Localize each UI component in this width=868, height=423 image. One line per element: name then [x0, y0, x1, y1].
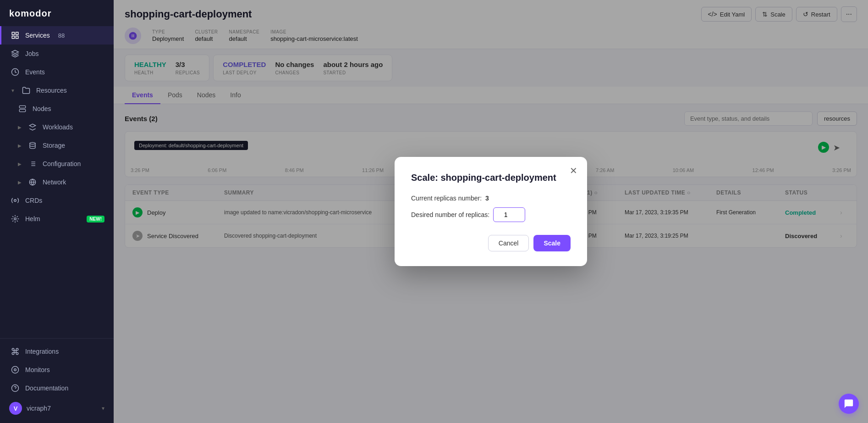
sidebar: komodor Services 88 Jobs Events ▼ Resour…: [0, 0, 114, 423]
avatar: V: [9, 402, 22, 415]
folder-icon: [22, 86, 31, 95]
expand-network-icon: ▶: [18, 180, 22, 185]
expand-storage-icon: ▶: [18, 143, 22, 148]
sidebar-nodes-label: Nodes: [33, 105, 51, 112]
logo: komodor: [0, 0, 114, 26]
current-replicas-field: Current replicas number: 3: [411, 195, 571, 202]
svg-rect-7: [19, 109, 25, 111]
server-icon: [18, 104, 27, 113]
sidebar-item-jobs[interactable]: Jobs: [0, 45, 114, 63]
svg-point-21: [14, 218, 16, 220]
plug-icon: [11, 347, 20, 356]
svg-marker-10: [29, 124, 35, 127]
sidebar-item-configuration[interactable]: ▶ Configuration: [0, 155, 114, 173]
sidebar-events-label: Events: [25, 68, 45, 76]
svg-rect-3: [16, 36, 18, 39]
sidebar-crds-label: CRDs: [25, 197, 42, 204]
svg-rect-6: [19, 106, 25, 108]
sidebar-item-monitors[interactable]: Monitors: [0, 361, 114, 379]
svg-rect-1: [16, 32, 18, 34]
svg-rect-2: [12, 36, 14, 39]
sidebar-integrations-label: Integrations: [25, 348, 59, 355]
user-chevron-icon: ▾: [102, 405, 104, 412]
clock-icon: [11, 67, 20, 77]
desired-replicas-input[interactable]: [493, 207, 525, 222]
sidebar-footer: Integrations Monitors Documentation V vi…: [0, 338, 114, 423]
sidebar-resources-label: Resources: [36, 87, 67, 94]
sidebar-item-events[interactable]: Events: [0, 63, 114, 81]
modal-actions: Cancel Scale: [411, 235, 571, 251]
modal-title: Scale: shopping-cart-deployment: [411, 172, 571, 184]
main-content: shopping-cart-deployment </> Edit Yaml ⇅…: [114, 0, 868, 423]
scale-modal: ✕ Scale: shopping-cart-deployment Curren…: [395, 157, 587, 266]
helm-badge: NEW!: [87, 216, 104, 223]
expand-workloads-icon: ▶: [18, 125, 22, 130]
desired-replicas-row: Desired number of replicas:: [411, 207, 571, 222]
sidebar-item-storage[interactable]: ▶ Storage: [0, 136, 114, 155]
modal-overlay[interactable]: ✕ Scale: shopping-cart-deployment Curren…: [114, 0, 868, 423]
globe-icon: [28, 178, 37, 187]
svg-point-11: [30, 142, 35, 144]
sidebar-storage-label: Storage: [43, 142, 65, 149]
sidebar-documentation-label: Documentation: [25, 384, 68, 392]
modal-cancel-button[interactable]: Cancel: [488, 235, 529, 251]
database-icon: [28, 141, 37, 150]
sidebar-helm-label: Helm: [25, 215, 40, 223]
svg-point-22: [12, 367, 19, 373]
modal-scale-button[interactable]: Scale: [533, 235, 571, 251]
svg-point-20: [14, 200, 16, 202]
sidebar-network-label: Network: [43, 178, 66, 186]
sidebar-item-helm[interactable]: Helm NEW!: [0, 210, 114, 228]
sidebar-configuration-label: Configuration: [43, 160, 81, 167]
sidebar-item-network[interactable]: ▶ Network: [0, 173, 114, 191]
sidebar-item-documentation[interactable]: Documentation: [0, 379, 114, 397]
expand-config-icon: ▶: [18, 161, 22, 167]
chat-bubble-button[interactable]: [839, 394, 859, 414]
username: vicraph7: [27, 405, 51, 412]
sidebar-item-integrations[interactable]: Integrations: [0, 342, 114, 361]
user-row[interactable]: V vicraph7 ▾: [0, 397, 114, 419]
sidebar-item-resources[interactable]: ▼ Resources: [0, 81, 114, 100]
grid-icon: [11, 31, 20, 40]
svg-point-23: [14, 369, 16, 371]
svg-marker-4: [12, 50, 19, 54]
sidebar-item-crds[interactable]: CRDs: [0, 191, 114, 210]
help-icon: [11, 384, 20, 393]
expand-icon: ▼: [11, 88, 15, 93]
sidebar-item-nodes[interactable]: Nodes: [0, 100, 114, 118]
sidebar-workloads-label: Workloads: [43, 123, 73, 131]
gear-icon: [11, 214, 20, 223]
sidebar-jobs-label: Jobs: [25, 50, 39, 57]
sidebar-item-workloads[interactable]: ▶ Workloads: [0, 118, 114, 136]
svg-rect-0: [12, 32, 14, 34]
list-icon: [28, 159, 37, 168]
tool-icon: [11, 196, 20, 205]
monitor-icon: [11, 365, 20, 374]
services-count: 88: [58, 32, 65, 39]
layers2-icon: [28, 122, 37, 132]
sidebar-services-label: Services: [25, 32, 50, 39]
modal-close-button[interactable]: ✕: [567, 164, 580, 177]
layers-icon: [11, 49, 20, 58]
sidebar-monitors-label: Monitors: [25, 366, 50, 373]
sidebar-item-services[interactable]: Services 88: [0, 26, 114, 45]
